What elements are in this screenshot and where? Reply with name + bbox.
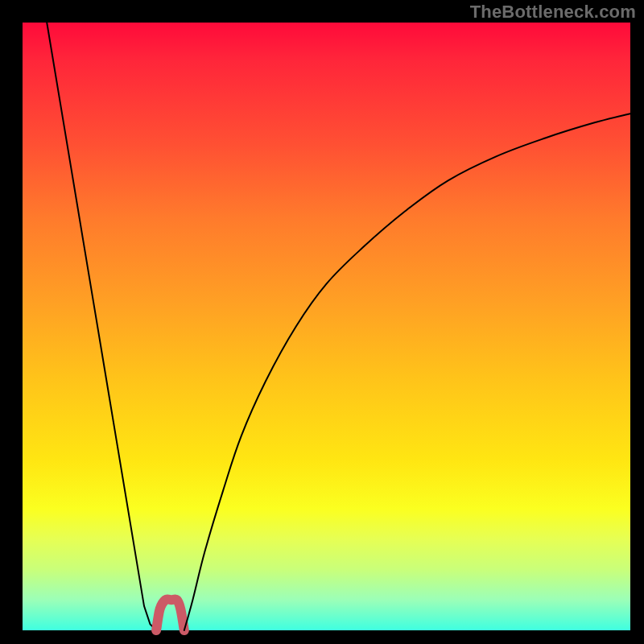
chart-svg [23,23,630,630]
watermark-text: TheBottleneck.com [470,2,636,23]
dip-segment-path [156,599,184,630]
curve-left-path [47,23,156,630]
curve-right-path [184,114,630,630]
chart-frame: TheBottleneck.com [0,0,644,644]
